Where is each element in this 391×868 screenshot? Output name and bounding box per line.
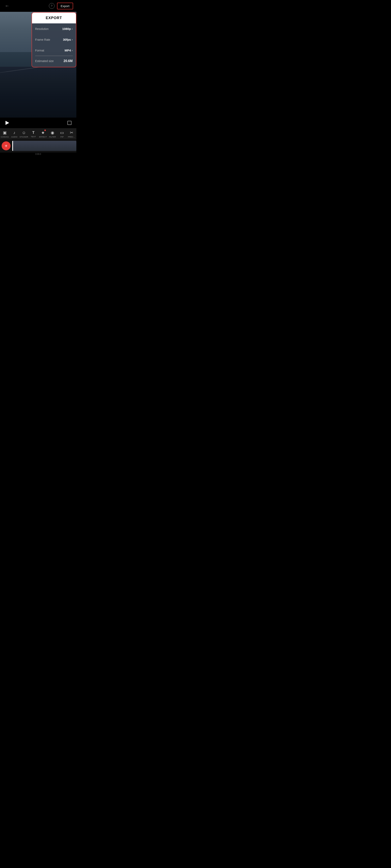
toolbar-audio[interactable]: ♪ AUDIO	[10, 130, 19, 138]
add-clip-button[interactable]: +	[2, 142, 10, 150]
framerate-chevron: ›	[72, 38, 73, 41]
canvas-icon: ▣	[3, 130, 7, 135]
framerate-row[interactable]: Frame Rate 30fps ›	[32, 34, 76, 45]
estimated-size-row: Estimated size 20.6M	[32, 56, 76, 67]
export-button[interactable]: Export	[57, 3, 73, 9]
resolution-row[interactable]: Resolution 1080p ›	[32, 23, 76, 34]
text-icon: T	[32, 131, 35, 135]
resolution-value: 1080p ›	[62, 27, 73, 31]
framerate-label: Frame Rate	[35, 38, 50, 41]
toolbar-prec[interactable]: ✂ PREC...	[67, 130, 76, 138]
bottom-section: +	[0, 139, 76, 153]
resolution-label: Resolution	[35, 27, 49, 31]
text-label: TEXT	[31, 136, 36, 138]
export-panel-title: EXPORT	[32, 12, 76, 23]
timeline[interactable]	[12, 141, 76, 151]
canvas-label: CANVAS	[1, 136, 9, 138]
filter-icon: ◉	[51, 130, 54, 135]
export-panel-body: Resolution 1080p › Frame Rate 30fps › Fo…	[32, 23, 76, 67]
prec-icon: ✂	[70, 130, 73, 135]
sticker-label: STICKER	[20, 136, 28, 138]
pip-label: PIP	[60, 136, 64, 138]
fullscreen-button[interactable]	[66, 120, 72, 126]
estimated-value: 20.6M	[63, 59, 73, 63]
framerate-value: 30fps ›	[63, 38, 73, 41]
estimated-label: Estimated size	[35, 59, 54, 63]
help-button[interactable]: ?	[49, 3, 55, 9]
effect-label: EFFECT	[39, 136, 47, 138]
fullscreen-icon	[67, 121, 72, 125]
audio-icon: ♪	[13, 130, 15, 135]
play-icon	[5, 121, 9, 125]
toolbar-effect[interactable]: ★ EFFECT	[38, 130, 48, 138]
format-label: Format	[35, 49, 44, 52]
filter-label: FILTER	[49, 136, 56, 138]
export-panel: EXPORT Resolution 1080p › Frame Rate 30f…	[32, 12, 76, 67]
toolbar-canvas[interactable]: ▣ CANVAS	[0, 130, 9, 138]
effect-icon: ★	[41, 130, 45, 135]
controls-bar	[0, 118, 76, 128]
effect-badge	[45, 130, 46, 131]
toolbar-text[interactable]: T TEXT	[29, 131, 38, 138]
play-button[interactable]	[4, 120, 10, 126]
toolbar-filter[interactable]: ◉ FILTER	[48, 130, 57, 138]
header-right: ? Export	[49, 3, 73, 9]
audio-label: AUDIO	[11, 136, 18, 138]
sticker-icon: ☺	[22, 130, 26, 135]
resolution-chevron: ›	[72, 27, 73, 30]
toolbar-pip[interactable]: ▭ PIP	[58, 130, 66, 138]
format-value: MP4 ›	[64, 49, 73, 52]
sand-layer	[0, 67, 76, 118]
toolbar-sticker[interactable]: ☺ STICKER	[19, 130, 28, 138]
pip-icon: ▭	[60, 130, 64, 135]
format-chevron: ›	[72, 49, 73, 52]
format-row[interactable]: Format MP4 ›	[32, 45, 76, 56]
time-label: 0:00.0	[0, 153, 76, 156]
back-button[interactable]: ←	[3, 2, 11, 9]
timeline-thumb	[12, 141, 13, 151]
prec-label: PREC...	[68, 136, 75, 138]
toolbar: ▣ CANVAS ♪ AUDIO ☺ STICKER T TEXT ★ EFFE…	[0, 128, 76, 139]
header: ← ? Export	[0, 0, 76, 12]
